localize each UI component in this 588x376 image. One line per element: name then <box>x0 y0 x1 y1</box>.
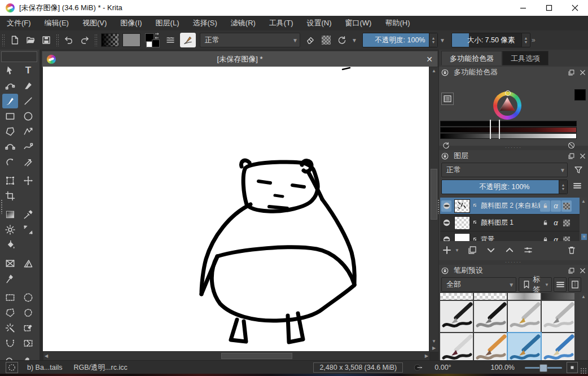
menu-item-2[interactable]: 视图(V) <box>76 16 113 30</box>
toolbox-header[interactable] <box>1 51 37 62</box>
menu-item-3[interactable]: 图像(I) <box>113 16 148 30</box>
toolbar-grip[interactable] <box>2 34 5 46</box>
tool-color-sampler[interactable] <box>20 207 36 222</box>
layer-row-2[interactable]: 背景α <box>440 231 580 241</box>
preserve-alpha-button[interactable] <box>319 33 334 47</box>
blend-mode-combo[interactable]: 正常 ▼ <box>200 33 300 47</box>
brush-preset-3[interactable] <box>542 301 574 332</box>
tab-advanced-color-selector[interactable]: 多功能拾色器 <box>441 51 502 65</box>
tool-rectangle[interactable] <box>2 109 18 124</box>
tool-freehand-select[interactable] <box>20 305 36 320</box>
layer-row-0[interactable]: 颜料图层 2 (来自粘贴)α <box>440 198 580 215</box>
float-panel-icon[interactable] <box>565 152 577 160</box>
delete-layer-button[interactable] <box>564 243 579 257</box>
brush-filter-combo[interactable]: 全部 ▼ <box>441 277 516 292</box>
move-layer-down-button[interactable] <box>484 243 498 257</box>
menu-item-4[interactable]: 图层(L) <box>149 16 186 30</box>
add-layer-button[interactable] <box>440 243 454 257</box>
color-wheel[interactable] <box>493 91 521 120</box>
brush-preset-partial[interactable] <box>542 293 574 300</box>
tool-multibrush[interactable] <box>20 155 36 169</box>
brush-size-slider[interactable]: 大小: 7.50 像素 ▲▼ <box>451 33 530 47</box>
menu-item-7[interactable]: 工具(T) <box>262 16 300 30</box>
menu-item-0[interactable]: 文件(F) <box>0 16 38 30</box>
tool-enclose-select[interactable] <box>20 336 36 351</box>
layer-thumbnail[interactable] <box>454 216 470 230</box>
layer-inherit-alpha-icon[interactable] <box>561 234 572 242</box>
brush-preset-partial[interactable] <box>440 293 473 300</box>
toolbar-grip[interactable] <box>94 34 98 46</box>
panel-splitter[interactable]: ······ <box>439 260 588 264</box>
tool-calligraphy[interactable] <box>20 78 36 93</box>
tool-move[interactable] <box>20 173 36 188</box>
float-panel-icon[interactable] <box>565 68 577 77</box>
layer-thumbnail[interactable] <box>454 233 470 242</box>
tool-poly-select[interactable] <box>2 305 18 320</box>
pattern-chooser[interactable] <box>122 33 141 47</box>
tool-magnetic-select[interactable] <box>2 336 18 351</box>
layer-unlock-icon[interactable] <box>540 217 550 229</box>
brush-preset-4[interactable] <box>440 333 473 364</box>
brush-preset-7[interactable] <box>542 333 574 364</box>
eraser-mode-button[interactable] <box>303 33 318 47</box>
layer-visibility-icon[interactable] <box>441 217 451 229</box>
drawing-canvas[interactable] <box>43 67 429 351</box>
toolbar-overflow-button[interactable]: » <box>532 36 536 44</box>
brush-preset-6[interactable] <box>508 333 541 364</box>
tool-ellipse[interactable] <box>20 109 36 124</box>
menu-item-6[interactable]: 滤镜(R) <box>224 16 262 30</box>
current-color-swatch[interactable] <box>574 89 586 100</box>
tool-ellipse-select[interactable] <box>20 290 36 305</box>
tool-transform[interactable] <box>2 173 18 188</box>
tool-polygon[interactable] <box>2 124 18 139</box>
layer-thumbnail[interactable] <box>454 199 470 213</box>
right-splitter-handle[interactable] <box>437 199 440 214</box>
scroll-up-icon[interactable]: ▲ <box>581 294 586 299</box>
tool-line[interactable] <box>20 94 36 108</box>
horizontal-scrollbar[interactable]: ◀ ▶ <box>43 351 430 361</box>
tool-text[interactable]: T <box>20 63 36 78</box>
layer-filter-button[interactable] <box>571 163 586 177</box>
menu-item-10[interactable]: 帮助(H) <box>378 16 416 30</box>
layer-visibility-icon[interactable] <box>441 234 451 242</box>
scroll-right-icon[interactable]: ▶ <box>432 346 436 351</box>
menu-item-9[interactable]: 窗口(W) <box>339 16 379 30</box>
reload-dropdown[interactable]: ▼ <box>350 33 359 47</box>
presets-menu-button[interactable] <box>554 277 567 292</box>
panel-lock-icon[interactable] <box>439 266 450 275</box>
foreground-background-colors[interactable] <box>144 33 160 47</box>
close-panel-icon[interactable] <box>577 266 588 275</box>
zoom-to-100-button[interactable] <box>567 362 578 373</box>
layer-alpha-icon[interactable]: α <box>551 217 561 229</box>
panel-splitter[interactable]: ······ <box>439 146 588 149</box>
tab-tool-options[interactable]: 工具选项 <box>502 51 548 65</box>
open-document-button[interactable] <box>23 33 38 47</box>
tool-bezier-curve[interactable] <box>2 139 18 154</box>
scroll-left-icon[interactable]: ◀ <box>45 353 48 358</box>
gradient-chooser[interactable] <box>101 33 119 47</box>
tag-button[interactable]: 标签 ▼ <box>519 277 552 292</box>
toolbar-grip[interactable] <box>56 34 59 46</box>
undo-button[interactable] <box>62 33 76 47</box>
color-sliders[interactable] <box>440 121 577 139</box>
duplicate-layer-button[interactable] <box>465 243 480 257</box>
tool-enclose-fill[interactable] <box>2 256 18 271</box>
scroll-up-icon[interactable]: ▲ <box>432 68 436 73</box>
color-slider-handle[interactable] <box>490 120 500 139</box>
move-layer-up-button[interactable] <box>502 243 517 257</box>
scroll-right-icon[interactable]: ▶ <box>425 353 428 358</box>
add-layer-dropdown[interactable]: ▼ <box>455 248 459 253</box>
tool-fill[interactable] <box>2 238 18 252</box>
tool-reference-images[interactable] <box>2 272 18 286</box>
layer-visibility-icon[interactable] <box>441 200 451 212</box>
layer-inherit-alpha-icon[interactable] <box>561 200 572 212</box>
brush-editor-button[interactable] <box>180 33 196 47</box>
color-profile-label[interactable]: RGB/透明...rc.icc <box>74 363 128 373</box>
tool-freehand-path[interactable] <box>20 139 36 154</box>
layer-inherit-alpha-icon[interactable] <box>561 217 572 229</box>
close-panel-icon[interactable] <box>577 68 588 77</box>
close-button[interactable] <box>562 0 588 16</box>
close-panel-icon[interactable] <box>577 152 588 160</box>
brush-settings-button[interactable] <box>163 33 178 47</box>
zoom-slider-knob[interactable] <box>539 364 547 372</box>
